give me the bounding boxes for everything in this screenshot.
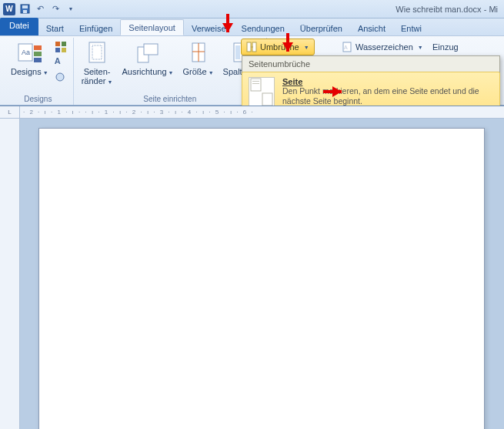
margins-icon [85,41,109,65]
svg-rect-1 [22,5,28,8]
svg-point-12 [56,73,64,81]
word-app-icon: W [3,3,15,15]
theme-effects-icon[interactable] [55,72,68,85]
chevron-down-icon: ▼ [418,45,423,50]
svg-rect-21 [235,45,240,59]
save-icon[interactable] [18,3,31,15]
breaks-icon [246,42,257,52]
chevron-down-icon: ▼ [107,79,112,85]
group-designs: Aa Designs▼ A Designs [3,38,74,105]
svg-rect-8 [55,42,60,46]
svg-rect-7 [34,58,42,62]
svg-rect-6 [34,52,42,56]
svg-rect-28 [252,81,259,82]
orientation-button[interactable]: Ausrichtung▼ [118,39,176,79]
group-page-setup: Seiten- ränder▼ Ausrichtung▼ Größe▼ Spal… [74,38,267,105]
chevron-down-icon: ▼ [169,70,174,75]
svg-rect-10 [55,48,60,52]
svg-rect-11 [62,48,66,52]
tab-seitenlayout[interactable]: Seitenlayout [120,19,184,35]
designs-label: Designs [11,67,42,76]
svg-rect-5 [34,45,42,50]
quick-access-toolbar: ↶ ↷ ▼ [18,3,77,15]
undo-icon[interactable]: ↶ [34,3,46,15]
tab-sendungen[interactable]: Sendungen [234,21,292,35]
ruler-corner[interactable]: L [0,106,20,119]
margins-label: Seiten- ränder [82,67,111,85]
breaks-label: Umbrüche [260,42,299,52]
size-button[interactable]: Größe▼ [179,39,216,79]
vertical-ruler[interactable] [0,119,20,429]
designs-button[interactable]: Aa Designs▼ [8,39,52,79]
indent-label: Einzug [432,42,459,52]
title-bar: W ↶ ↷ ▼ Wie schreibt man.docx - Mi [0,0,504,18]
watermark-button[interactable]: A Wasserzeichen ▼ [337,39,428,55]
annotation-arrow-tab [222,23,233,32]
item-desc: Den Punkt markieren, an dem eine Seite e… [282,86,493,106]
svg-rect-27 [251,79,261,91]
tab-file[interactable]: Datei [0,18,38,35]
indent-button[interactable]: Einzug [428,39,463,55]
tab-ueberpruefen[interactable]: Überprüfen [292,21,350,35]
document-area: L · 2 · ı · 1 · ı · · ı · 1 · ı · 2 · ı … [0,106,504,429]
size-label: Größe [182,67,206,76]
svg-rect-16 [144,44,158,55]
ruler-ticks: · 2 · ı · 1 · ı · · ı · 1 · ı · 2 · ı · … [23,109,255,116]
horizontal-ruler[interactable]: · 2 · ı · 1 · ı · · ı · 1 · ı · 2 · ı · … [20,106,504,119]
size-icon [186,41,211,65]
ribbon-tabs: Datei Start Einfügen Seitenlayout Verwei… [0,18,504,36]
page-break-icon [249,77,275,108]
watermark-icon: A [342,42,352,52]
theme-colors-icon[interactable] [55,41,68,55]
theme-fonts-icon[interactable]: A [55,56,68,70]
orientation-label: Ausrichtung [122,67,166,76]
document-title: Wie schreibt man.docx - Mi [77,5,501,14]
watermark-label: Wasserzeichen [355,42,413,52]
ribbon: Aa Designs▼ A Designs Seiten- ränder▼ Au… [0,36,504,106]
margins-button[interactable]: Seiten- ränder▼ [78,39,116,89]
annotation-arrow-seite [332,86,342,97]
chevron-down-icon: ▼ [209,70,214,75]
tab-ansicht[interactable]: Ansicht [350,21,393,35]
qat-dropdown-icon[interactable]: ▼ [65,3,77,15]
chevron-down-icon: ▼ [43,70,48,75]
group-label-designs: Designs [24,95,52,105]
orientation-icon [135,41,160,65]
svg-rect-29 [252,83,259,84]
designs-icon: Aa [17,41,42,65]
svg-rect-30 [262,93,272,106]
svg-text:A: A [344,45,348,50]
svg-rect-9 [62,42,66,46]
tab-start[interactable]: Start [38,21,72,35]
tab-einfuegen[interactable]: Einfügen [72,21,120,35]
svg-rect-2 [23,10,27,13]
chevron-down-icon: ▼ [304,45,309,50]
redo-icon[interactable]: ↷ [49,3,62,15]
document-page[interactable] [38,128,485,429]
annotation-arrow-breaks [282,42,293,52]
tab-entwickler[interactable]: Entwi [393,21,429,35]
item-title: Seite [282,77,493,86]
svg-rect-23 [247,42,251,52]
dropdown-section-page-breaks: Seitenumbrüche [242,56,499,72]
breaks-button[interactable]: Umbrüche ▼ [241,39,315,55]
group-label-page-setup: Seite einrichten [143,95,196,105]
svg-text:Aa: Aa [22,49,30,56]
